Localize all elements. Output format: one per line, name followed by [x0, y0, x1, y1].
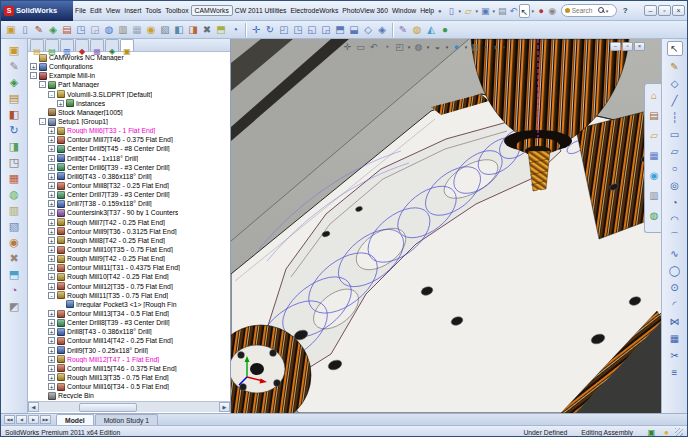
camworks-feature-tree-tab[interactable]: ◈ — [105, 39, 119, 51]
tree-item[interactable]: + Contour Mill10[T35 - 0.75 Flat End] — [28, 245, 230, 254]
expand-toggle[interactable]: + — [48, 209, 55, 216]
pan[interactable]: ✛ — [249, 22, 263, 38]
tree-item[interactable]: + Rough Mill12[T47 - 1 Flat End] — [28, 355, 230, 364]
view-front[interactable]: ◰ — [277, 22, 291, 38]
tree-item[interactable]: + Contour Mill16[T34 - 0.5 Flat End] — [28, 382, 230, 391]
tree-item[interactable]: + Drill8[T43 - 0.386x118° Drill] — [28, 327, 230, 336]
view-top[interactable]: ⬒ — [333, 22, 347, 38]
expand-toggle[interactable]: + — [48, 173, 55, 180]
undo[interactable]: ↶ — [508, 4, 519, 18]
setup-sheet[interactable]: ◉ — [6, 234, 22, 250]
save-document[interactable]: ▣ — [480, 4, 491, 18]
previous-view[interactable]: ↶ — [367, 41, 380, 54]
expand-toggle[interactable]: + — [48, 310, 55, 317]
display-style[interactable]: ◍ — [412, 41, 425, 54]
tree-item[interactable]: + Drill7[T38 - 0.159x118° Drill] — [28, 199, 230, 208]
extract-features[interactable]: ◈ — [6, 74, 22, 90]
tree-item[interactable]: + Rough Mill7[T42 - 0.25 Flat End] — [28, 218, 230, 227]
expand-toggle[interactable]: - — [48, 292, 55, 299]
select[interactable]: ↖ — [667, 41, 683, 56]
save-cl-file[interactable]: ▥ — [116, 22, 130, 38]
expand-toggle[interactable]: + — [48, 127, 55, 134]
tree-item[interactable]: + Configurations — [28, 62, 230, 71]
tree-item[interactable]: + Contour Mill15[T46 - 0.375 Flat End] — [28, 364, 230, 373]
dimxpertmanager-tab[interactable]: ◆ — [75, 39, 89, 51]
ellipse[interactable]: ◯ — [667, 262, 683, 279]
view-isometric[interactable]: ◇ — [361, 22, 375, 38]
machine-setup[interactable]: ◧ — [172, 22, 186, 38]
parallelogram[interactable]: ▱ — [667, 143, 683, 160]
cam-feature-tree[interactable]: ▣ — [6, 42, 22, 58]
expand-toggle[interactable]: + — [48, 347, 55, 354]
tree-item[interactable]: + Instances — [28, 99, 230, 108]
technology-database[interactable]: ⬒ — [6, 266, 22, 282]
design-library[interactable]: ▤ — [647, 107, 661, 127]
tree-item[interactable]: + Center Drill8[T39 - #3 Center Drill] — [28, 318, 230, 327]
scrollbar-thumb[interactable] — [79, 403, 137, 412]
tree-item[interactable]: - Part Manager — [28, 80, 230, 89]
step-thru-toolpath[interactable]: ◍ — [6, 186, 22, 202]
expand-toggle[interactable]: + — [48, 383, 55, 390]
simulate-toolpath[interactable]: ◲ — [88, 22, 102, 38]
search-magnifier-icon[interactable] — [598, 7, 606, 15]
minimize-window[interactable]: – — [644, 5, 657, 16]
smart-dimension[interactable]: ◇ — [667, 75, 683, 92]
expand-toggle[interactable]: + — [48, 337, 55, 344]
tree-item[interactable]: + Rough Mill9[T42 - 0.25 Flat End] — [28, 254, 230, 263]
work-coordinates[interactable]: ✎ — [32, 22, 46, 38]
search-box[interactable]: ▾ — [561, 4, 617, 17]
custom-properties[interactable]: ▥ — [647, 187, 661, 207]
scroll-right-arrow[interactable]: ▶ — [219, 402, 230, 412]
edit-appearance[interactable]: ● — [450, 41, 463, 54]
tree-horizontal-scrollbar[interactable]: ◀ ▶ — [28, 401, 230, 412]
camworks-help[interactable]: ◔ — [228, 22, 242, 38]
expand-toggle[interactable]: + — [48, 246, 55, 253]
tree-item[interactable]: - Rough Mill11[T35 - 0.75 Flat End] — [28, 291, 230, 300]
tree-item[interactable]: + Center Drill7[T39 - #3 Center Drill] — [28, 190, 230, 199]
camworks-operation-tree-tab[interactable]: ▣ — [120, 39, 134, 51]
expand-toggle[interactable]: + — [48, 264, 55, 271]
mass-properties[interactable]: ◍ — [410, 22, 424, 38]
nc-editor[interactable]: ◉ — [144, 22, 158, 38]
view-right[interactable]: ◲ — [319, 22, 333, 38]
expand-toggle[interactable]: + — [30, 63, 37, 70]
three-point-arc[interactable]: ⌒ — [667, 228, 683, 245]
sensor[interactable]: ● — [438, 22, 452, 38]
view-settings[interactable]: ◑ — [488, 41, 501, 54]
hide-show-items[interactable]: ◒ — [431, 41, 444, 54]
tree-item[interactable]: - Setup1 [Group1] — [28, 117, 230, 126]
tool-select[interactable]: ✖ — [6, 250, 22, 266]
pin-menu-icon[interactable]: ● — [436, 8, 444, 14]
linear-sketch-pattern[interactable]: ▦ — [667, 330, 683, 347]
expand-toggle[interactable]: + — [48, 374, 55, 381]
expand-toggle[interactable]: + — [48, 283, 55, 290]
tree-item[interactable]: + Rough Mill10[T42 - 0.25 Flat End] — [28, 272, 230, 281]
generate-toolpath[interactable]: ◳ — [6, 154, 22, 170]
menu-item[interactable]: CAMWorks — [191, 5, 233, 16]
menu-item[interactable]: Window — [390, 5, 418, 16]
scroll-left-arrow[interactable]: ◀ — [28, 402, 39, 412]
menu-item[interactable]: Tools — [143, 5, 163, 16]
expand-toggle[interactable]: + — [48, 164, 55, 171]
model-tab[interactable]: Motion Study 1 — [95, 414, 158, 425]
simulate-toolpath[interactable]: ▦ — [6, 170, 22, 186]
trim-entities[interactable]: ✂ — [667, 347, 683, 364]
rotate-view[interactable]: ↻ — [263, 22, 277, 38]
expand-toggle[interactable]: + — [48, 365, 55, 372]
restore-document[interactable]: ▫ — [622, 42, 633, 51]
extract-machinable-features[interactable]: ◈ — [46, 22, 60, 38]
menu-item[interactable]: Toolbox — [163, 5, 190, 16]
document-recovery[interactable]: ◍ — [647, 207, 661, 227]
measure[interactable]: ✎ — [396, 22, 410, 38]
tree-item[interactable]: + Center Drill6[T39 - #3 Center Drill] — [28, 163, 230, 172]
centerline[interactable]: ┆ — [667, 109, 683, 126]
menu-item[interactable]: Help — [418, 5, 436, 16]
circle[interactable]: ○ — [667, 160, 683, 177]
menu-item[interactable]: Insert — [122, 5, 143, 16]
menu-item[interactable]: View — [104, 5, 123, 16]
expand-toggle[interactable]: + — [48, 145, 55, 152]
close-window[interactable]: × — [672, 5, 685, 16]
sketch-fillet[interactable]: ◜ — [667, 296, 683, 313]
tree-item[interactable]: + Contour Mill14[T42 - 0.25 Flat End] — [28, 336, 230, 345]
cam-defaults[interactable]: ◔ — [6, 282, 22, 298]
